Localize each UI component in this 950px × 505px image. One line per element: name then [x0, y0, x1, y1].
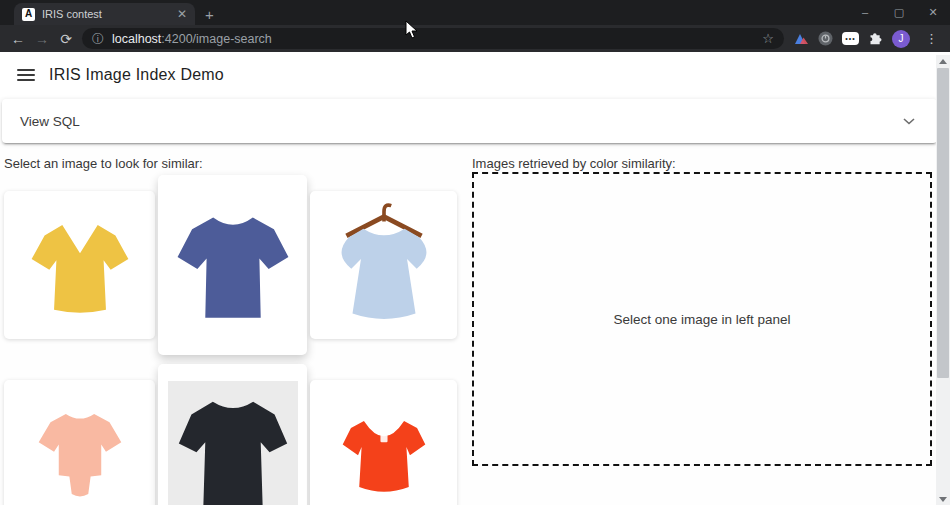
peach-onesie-image	[21, 395, 139, 505]
tab-close-icon[interactable]: ✕	[177, 8, 187, 20]
product-card-black-tshirt[interactable]	[158, 364, 307, 505]
web-page: IRIS Image Index Demo View SQL Select an…	[0, 52, 950, 505]
browser-tab[interactable]: A IRIS contest ✕	[14, 3, 195, 25]
view-sql-label: View SQL	[20, 114, 80, 129]
profile-avatar[interactable]: J	[892, 30, 910, 48]
site-info-icon[interactable]: ⓘ	[92, 33, 104, 45]
extensions-area: ••• J ⋮	[794, 30, 940, 48]
url-text[interactable]: localhost:4200/image-search	[112, 32, 754, 46]
extensions-puzzle-icon[interactable]	[868, 31, 883, 46]
tab-strip: A IRIS contest ✕ + – ▢ ✕	[0, 0, 950, 25]
url-host: localhost	[112, 32, 161, 46]
tab-favicon-icon: A	[22, 8, 35, 21]
browser-toolbar: ← → ⟳ ⓘ localhost:4200/image-search ☆ ••…	[0, 25, 950, 52]
browser-menu-icon[interactable]: ⋮	[925, 32, 938, 45]
black-tshirt-image-bg	[168, 381, 298, 505]
url-path: :4200/image-search	[161, 32, 271, 46]
address-bar[interactable]: ⓘ localhost:4200/image-search ☆	[82, 28, 784, 49]
results-placeholder-text: Select one image in left panel	[613, 312, 790, 327]
hamburger-menu-icon[interactable]	[17, 69, 35, 81]
black-tshirt-image	[170, 381, 296, 505]
reload-button[interactable]: ⟳	[54, 32, 78, 46]
chevron-down-icon	[903, 118, 915, 125]
mouse-cursor	[405, 20, 419, 40]
view-sql-expansion-panel[interactable]: View SQL	[2, 99, 937, 143]
minimize-button[interactable]: –	[848, 0, 882, 25]
bookmark-star-icon[interactable]: ☆	[762, 32, 774, 45]
analytics-extension-icon[interactable]	[794, 32, 809, 45]
product-card-orange-croptop[interactable]	[310, 380, 457, 505]
lightblue-blouse-image	[323, 202, 445, 328]
scrollbar-thumb[interactable]	[937, 68, 949, 378]
window-controls: – ▢ ✕	[848, 0, 950, 25]
left-panel-label: Select an image to look for similar:	[4, 156, 203, 171]
orange-croptop-image	[323, 395, 445, 505]
product-card-yellow-blouse[interactable]	[4, 191, 155, 339]
product-card-peach-onesie[interactable]	[4, 380, 155, 505]
page-scrollbar[interactable]	[936, 55, 950, 505]
tab-title: IRIS contest	[42, 8, 170, 20]
right-panel-label: Images retrieved by color similarity:	[472, 156, 676, 171]
maximize-button[interactable]: ▢	[882, 0, 916, 25]
image-grid	[4, 170, 458, 505]
browser-window: A IRIS contest ✕ + – ▢ ✕ ← → ⟳ ⓘ localho…	[0, 0, 950, 505]
blue-tshirt-image	[167, 195, 299, 335]
product-card-lightblue-blouse[interactable]	[310, 191, 457, 339]
page-title: IRIS Image Index Demo	[49, 66, 224, 84]
close-button[interactable]: ✕	[916, 0, 950, 25]
history-extension-icon[interactable]	[818, 31, 833, 46]
forward-button[interactable]: →	[30, 32, 54, 46]
scrollbar-up-arrow[interactable]	[936, 55, 950, 67]
back-button[interactable]: ←	[6, 32, 30, 46]
app-header: IRIS Image Index Demo	[0, 52, 936, 97]
dots-extension-icon[interactable]: •••	[842, 32, 859, 45]
scrollbar-down-arrow[interactable]	[936, 493, 950, 505]
new-tab-button[interactable]: +	[205, 7, 214, 22]
product-card-blue-tshirt[interactable]	[158, 175, 307, 355]
yellow-blouse-image	[21, 206, 139, 324]
results-dropzone: Select one image in left panel	[472, 172, 932, 466]
